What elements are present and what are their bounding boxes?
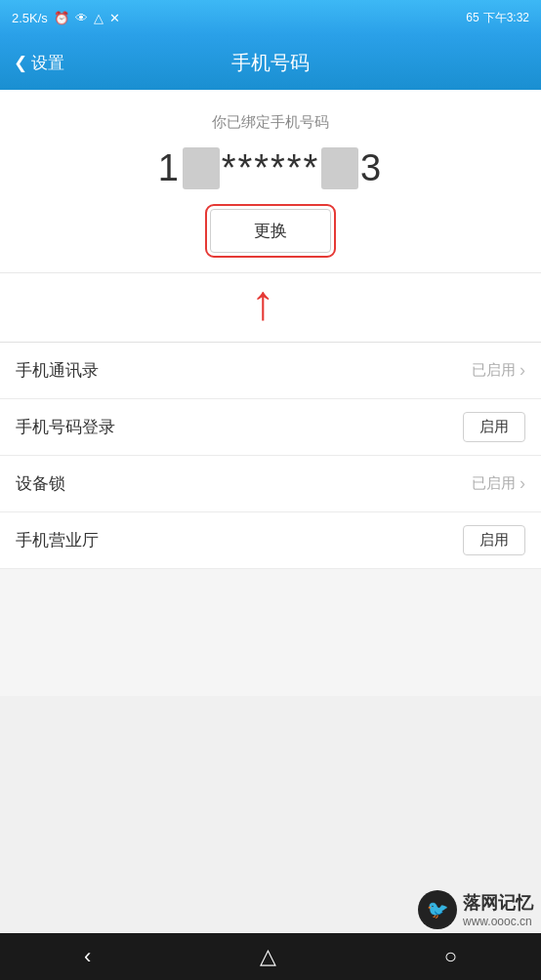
nav-home-button[interactable]: ○ [425,936,477,977]
contacts-right: 已启用 › [472,360,525,381]
contacts-label: 手机通讯录 [16,359,99,382]
phone-blur-right [321,147,358,189]
phone-end: 3 [360,147,383,189]
nav-bar: ❮ 设置 手机号码 [0,35,541,90]
device-lock-status: 已启用 [472,474,516,493]
watermark-sub-text: www.oooc.cn [463,915,533,928]
mobile-hall-label: 手机营业厅 [16,529,99,551]
phone-login-right: 启用 [463,412,525,442]
phone-bound-label: 你已绑定手机号码 [212,113,329,132]
eye-icon: 👁 [75,11,88,25]
arrow-annotation: ↑ [0,273,541,342]
settings-item-device-lock[interactable]: 设备锁 已启用 › [0,456,541,512]
change-phone-button[interactable]: 更换 [210,209,331,253]
logo-icon: 🐦 [427,899,448,920]
status-left: 2.5K/s ⏰ 👁 △ ✕ [12,11,120,25]
device-lock-right: 已启用 › [472,473,525,494]
contacts-status: 已启用 [472,361,516,380]
back-chevron-icon: ❮ [14,53,27,73]
bottom-nav: ‹ △ ○ [0,933,541,980]
page-title: 手机号码 [231,50,310,76]
signal-icon: ✕ [109,11,120,25]
nav-triangle-button[interactable]: △ [240,936,296,977]
device-lock-chevron-icon: › [520,473,525,494]
nav-back-button[interactable]: ‹ [64,936,110,977]
device-lock-label: 设备锁 [16,472,65,495]
speed-indicator: 2.5K/s [12,11,48,25]
phone-masked: ****** [222,147,320,189]
watermark-main-text: 落网记忆 [463,891,533,915]
mobile-hall-enable-button[interactable]: 启用 [463,525,525,555]
empty-content-area [0,569,541,696]
back-label: 设置 [31,52,64,74]
watermark-logo: 🐦 [418,890,457,929]
phone-blur-left [183,147,220,189]
phone-number-display: 1 ****** 3 [158,147,383,189]
wifi-icon: △ [94,11,104,25]
settings-item-mobile-hall[interactable]: 手机营业厅 启用 [0,512,541,569]
contacts-chevron-icon: › [520,360,525,381]
arrow-up-icon: ↑ [251,278,275,327]
watermark-text-block: 落网记忆 www.oooc.cn [463,891,533,928]
status-right: 65 下午3:32 [466,10,529,26]
phone-login-enable-button[interactable]: 启用 [463,412,525,442]
settings-list: 手机通讯录 已启用 › 手机号码登录 启用 设备锁 已启用 › 手机营业厅 启用 [0,342,541,569]
watermark: 🐦 落网记忆 www.oooc.cn [418,890,533,929]
time-display: 下午3:32 [483,10,529,26]
phone-section: 你已绑定手机号码 1 ****** 3 更换 [0,90,541,273]
phone-login-label: 手机号码登录 [16,416,115,438]
clock-icon: ⏰ [54,11,69,25]
back-button[interactable]: ❮ 设置 [14,52,64,74]
battery-level: 65 [466,11,479,24]
mobile-hall-right: 启用 [463,525,525,555]
settings-item-contacts[interactable]: 手机通讯录 已启用 › [0,343,541,399]
status-bar: 2.5K/s ⏰ 👁 △ ✕ 65 下午3:32 [0,0,541,35]
phone-start: 1 [158,147,181,189]
settings-item-phone-login[interactable]: 手机号码登录 启用 [0,399,541,456]
